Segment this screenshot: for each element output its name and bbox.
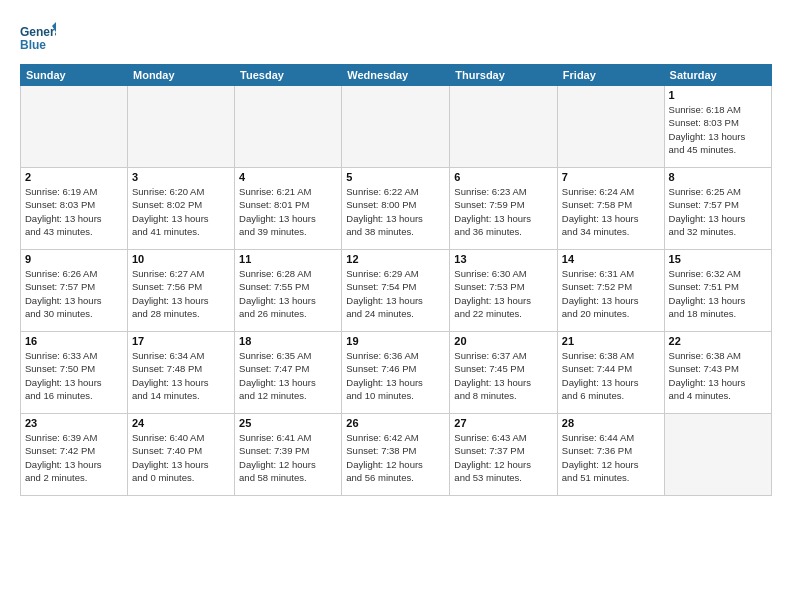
calendar-day-cell	[21, 86, 128, 168]
day-number: 5	[346, 171, 445, 183]
calendar-day-cell	[664, 414, 771, 496]
day-number: 16	[25, 335, 123, 347]
day-info: Sunrise: 6:24 AM Sunset: 7:58 PM Dayligh…	[562, 185, 660, 238]
calendar-day-cell: 26Sunrise: 6:42 AM Sunset: 7:38 PM Dayli…	[342, 414, 450, 496]
day-info: Sunrise: 6:40 AM Sunset: 7:40 PM Dayligh…	[132, 431, 230, 484]
calendar-day-cell: 4Sunrise: 6:21 AM Sunset: 8:01 PM Daylig…	[235, 168, 342, 250]
calendar-day-cell: 10Sunrise: 6:27 AM Sunset: 7:56 PM Dayli…	[128, 250, 235, 332]
day-number: 27	[454, 417, 552, 429]
calendar-day-cell: 27Sunrise: 6:43 AM Sunset: 7:37 PM Dayli…	[450, 414, 557, 496]
calendar-day-cell	[342, 86, 450, 168]
day-info: Sunrise: 6:39 AM Sunset: 7:42 PM Dayligh…	[25, 431, 123, 484]
calendar-day-cell: 18Sunrise: 6:35 AM Sunset: 7:47 PM Dayli…	[235, 332, 342, 414]
day-number: 23	[25, 417, 123, 429]
calendar-table: SundayMondayTuesdayWednesdayThursdayFrid…	[20, 64, 772, 496]
calendar-day-cell: 28Sunrise: 6:44 AM Sunset: 7:36 PM Dayli…	[557, 414, 664, 496]
day-number: 18	[239, 335, 337, 347]
day-info: Sunrise: 6:22 AM Sunset: 8:00 PM Dayligh…	[346, 185, 445, 238]
calendar-day-cell: 24Sunrise: 6:40 AM Sunset: 7:40 PM Dayli…	[128, 414, 235, 496]
day-number: 6	[454, 171, 552, 183]
day-info: Sunrise: 6:42 AM Sunset: 7:38 PM Dayligh…	[346, 431, 445, 484]
calendar-day-cell: 12Sunrise: 6:29 AM Sunset: 7:54 PM Dayli…	[342, 250, 450, 332]
day-info: Sunrise: 6:28 AM Sunset: 7:55 PM Dayligh…	[239, 267, 337, 320]
calendar-day-cell: 1Sunrise: 6:18 AM Sunset: 8:03 PM Daylig…	[664, 86, 771, 168]
calendar-day-cell: 11Sunrise: 6:28 AM Sunset: 7:55 PM Dayli…	[235, 250, 342, 332]
day-number: 25	[239, 417, 337, 429]
day-number: 8	[669, 171, 767, 183]
svg-text:Blue: Blue	[20, 38, 46, 52]
calendar-day-cell: 6Sunrise: 6:23 AM Sunset: 7:59 PM Daylig…	[450, 168, 557, 250]
day-info: Sunrise: 6:19 AM Sunset: 8:03 PM Dayligh…	[25, 185, 123, 238]
calendar-day-cell	[450, 86, 557, 168]
day-info: Sunrise: 6:36 AM Sunset: 7:46 PM Dayligh…	[346, 349, 445, 402]
calendar-day-cell: 5Sunrise: 6:22 AM Sunset: 8:00 PM Daylig…	[342, 168, 450, 250]
day-info: Sunrise: 6:34 AM Sunset: 7:48 PM Dayligh…	[132, 349, 230, 402]
calendar-day-cell: 9Sunrise: 6:26 AM Sunset: 7:57 PM Daylig…	[21, 250, 128, 332]
calendar-week-row: 23Sunrise: 6:39 AM Sunset: 7:42 PM Dayli…	[21, 414, 772, 496]
calendar-day-cell: 7Sunrise: 6:24 AM Sunset: 7:58 PM Daylig…	[557, 168, 664, 250]
calendar-day-cell: 8Sunrise: 6:25 AM Sunset: 7:57 PM Daylig…	[664, 168, 771, 250]
calendar-day-cell: 15Sunrise: 6:32 AM Sunset: 7:51 PM Dayli…	[664, 250, 771, 332]
logo: General Blue	[20, 20, 56, 56]
calendar-day-cell	[235, 86, 342, 168]
day-number: 15	[669, 253, 767, 265]
calendar-day-cell: 2Sunrise: 6:19 AM Sunset: 8:03 PM Daylig…	[21, 168, 128, 250]
calendar-day-cell: 20Sunrise: 6:37 AM Sunset: 7:45 PM Dayli…	[450, 332, 557, 414]
day-number: 7	[562, 171, 660, 183]
calendar-week-row: 16Sunrise: 6:33 AM Sunset: 7:50 PM Dayli…	[21, 332, 772, 414]
svg-text:General: General	[20, 25, 56, 39]
calendar-day-cell: 17Sunrise: 6:34 AM Sunset: 7:48 PM Dayli…	[128, 332, 235, 414]
day-info: Sunrise: 6:35 AM Sunset: 7:47 PM Dayligh…	[239, 349, 337, 402]
weekday-header: Friday	[557, 65, 664, 86]
day-info: Sunrise: 6:32 AM Sunset: 7:51 PM Dayligh…	[669, 267, 767, 320]
day-info: Sunrise: 6:20 AM Sunset: 8:02 PM Dayligh…	[132, 185, 230, 238]
weekday-header: Sunday	[21, 65, 128, 86]
page: General Blue SundayMondayTuesdayWednesda…	[0, 0, 792, 612]
calendar-day-cell	[128, 86, 235, 168]
calendar-day-cell: 23Sunrise: 6:39 AM Sunset: 7:42 PM Dayli…	[21, 414, 128, 496]
day-info: Sunrise: 6:37 AM Sunset: 7:45 PM Dayligh…	[454, 349, 552, 402]
calendar-day-cell	[557, 86, 664, 168]
day-number: 28	[562, 417, 660, 429]
weekday-header: Monday	[128, 65, 235, 86]
weekday-header: Wednesday	[342, 65, 450, 86]
day-number: 20	[454, 335, 552, 347]
day-info: Sunrise: 6:31 AM Sunset: 7:52 PM Dayligh…	[562, 267, 660, 320]
day-number: 26	[346, 417, 445, 429]
day-number: 3	[132, 171, 230, 183]
weekday-header: Thursday	[450, 65, 557, 86]
day-info: Sunrise: 6:38 AM Sunset: 7:43 PM Dayligh…	[669, 349, 767, 402]
day-info: Sunrise: 6:29 AM Sunset: 7:54 PM Dayligh…	[346, 267, 445, 320]
day-info: Sunrise: 6:44 AM Sunset: 7:36 PM Dayligh…	[562, 431, 660, 484]
day-info: Sunrise: 6:38 AM Sunset: 7:44 PM Dayligh…	[562, 349, 660, 402]
calendar-day-cell: 25Sunrise: 6:41 AM Sunset: 7:39 PM Dayli…	[235, 414, 342, 496]
header: General Blue	[20, 16, 772, 56]
day-info: Sunrise: 6:21 AM Sunset: 8:01 PM Dayligh…	[239, 185, 337, 238]
day-info: Sunrise: 6:43 AM Sunset: 7:37 PM Dayligh…	[454, 431, 552, 484]
day-info: Sunrise: 6:33 AM Sunset: 7:50 PM Dayligh…	[25, 349, 123, 402]
day-info: Sunrise: 6:26 AM Sunset: 7:57 PM Dayligh…	[25, 267, 123, 320]
day-number: 13	[454, 253, 552, 265]
day-info: Sunrise: 6:18 AM Sunset: 8:03 PM Dayligh…	[669, 103, 767, 156]
day-number: 24	[132, 417, 230, 429]
calendar-day-cell: 22Sunrise: 6:38 AM Sunset: 7:43 PM Dayli…	[664, 332, 771, 414]
calendar-week-row: 9Sunrise: 6:26 AM Sunset: 7:57 PM Daylig…	[21, 250, 772, 332]
calendar-day-cell: 3Sunrise: 6:20 AM Sunset: 8:02 PM Daylig…	[128, 168, 235, 250]
calendar-day-cell: 19Sunrise: 6:36 AM Sunset: 7:46 PM Dayli…	[342, 332, 450, 414]
day-number: 2	[25, 171, 123, 183]
day-number: 14	[562, 253, 660, 265]
calendar-week-row: 2Sunrise: 6:19 AM Sunset: 8:03 PM Daylig…	[21, 168, 772, 250]
calendar-day-cell: 21Sunrise: 6:38 AM Sunset: 7:44 PM Dayli…	[557, 332, 664, 414]
day-number: 17	[132, 335, 230, 347]
day-info: Sunrise: 6:30 AM Sunset: 7:53 PM Dayligh…	[454, 267, 552, 320]
day-number: 1	[669, 89, 767, 101]
day-number: 22	[669, 335, 767, 347]
calendar-week-row: 1Sunrise: 6:18 AM Sunset: 8:03 PM Daylig…	[21, 86, 772, 168]
calendar-header-row: SundayMondayTuesdayWednesdayThursdayFrid…	[21, 65, 772, 86]
weekday-header: Saturday	[664, 65, 771, 86]
day-info: Sunrise: 6:25 AM Sunset: 7:57 PM Dayligh…	[669, 185, 767, 238]
day-number: 12	[346, 253, 445, 265]
calendar-day-cell: 13Sunrise: 6:30 AM Sunset: 7:53 PM Dayli…	[450, 250, 557, 332]
calendar-day-cell: 14Sunrise: 6:31 AM Sunset: 7:52 PM Dayli…	[557, 250, 664, 332]
day-info: Sunrise: 6:23 AM Sunset: 7:59 PM Dayligh…	[454, 185, 552, 238]
